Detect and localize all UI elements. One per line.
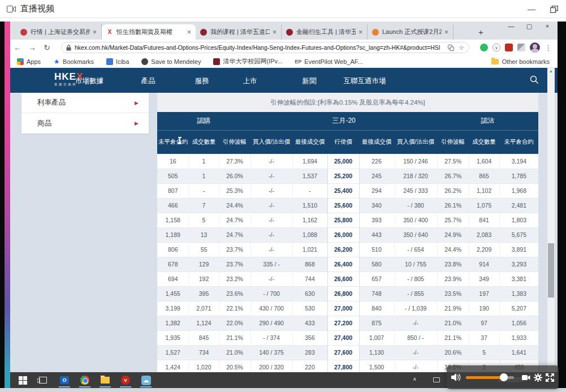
chrome-taskbar-icon[interactable] [77,374,93,386]
browser-close-button[interactable]: × [543,23,552,30]
value-cell: 395 [189,286,219,301]
bookmark-item-2[interactable]: Iciba [106,58,129,65]
volume-icon[interactable] [451,373,461,382]
value-cell: 393 [359,213,394,227]
record-camera-icon[interactable] [522,374,530,381]
value-cell: 24.4% [219,198,250,213]
value-cell: 294 [359,183,394,198]
option-row: 807-25.3%-/--25,400294245 / 33326.2%1,10… [157,183,538,198]
other-bookmarks[interactable]: Other bookmarks [491,58,550,65]
tab-close-icon[interactable]: × [93,28,97,36]
extension-icon[interactable] [517,44,525,51]
sidebar-item-0[interactable]: 利率產品▶ [21,93,149,113]
value-cell: -/- [394,360,437,372]
tab-favicon [286,29,293,36]
recorded-desktop: 行情 | 上海证券交易所×X恒生指數期貨及期權×我的课程 | 清华五道口金融学×… [10,21,558,388]
star-icon: ★ [53,58,60,65]
nav-item-4[interactable]: 新聞 [303,76,317,86]
bookmark-label: EventPilot Web_AF... [304,58,362,65]
value-cell: 349 [469,272,499,286]
tab-close-icon[interactable]: × [187,28,191,36]
value-cell: 20.6% [437,345,469,360]
option-row: 67812923.7%335 / -86826,40058010 / 75523… [157,257,538,272]
bookmark-item-0[interactable]: Apps [17,58,41,65]
strike-cell: 26,200 [327,242,359,257]
value-cell: 1,124 [189,316,219,330]
player-minimize-button[interactable]: — [528,5,535,13]
forward-button[interactable]: → [25,43,40,52]
bookmark-item-3[interactable]: Save to Mendeley [141,58,201,65]
back-button[interactable]: ← [10,43,25,52]
browser-tab-0[interactable]: 行情 | 上海证券交易所× [16,24,102,40]
scrollbar-thumb[interactable] [548,243,554,298]
option-row: 1,3821,12422.0%290 / 49043327,200875-/-2… [157,316,538,330]
browser-menu-icon[interactable]: ⋮ [545,44,552,52]
browser-tab-2[interactable]: 我的课程 | 清华五道口金融学× [196,24,282,40]
tab-close-icon[interactable]: × [358,28,362,36]
outlook-taskbar-icon[interactable]: O [57,374,72,386]
value-cell: 1,935 [157,330,189,345]
browser-minimize-button[interactable]: — [507,23,516,30]
address-bar[interactable]: hkex.com.hk/Market-Data/Futures-and-Opti… [61,42,469,53]
player-title: 直播视频 [20,3,54,14]
option-row: 16127.3%-/-1,69425,000226150 / 24627.5%1… [157,154,538,169]
new-tab-button[interactable]: + [478,27,483,37]
profile-avatar[interactable] [530,42,540,53]
cloud-app-taskbar-icon[interactable]: ☁ [138,374,154,386]
browser-tabstrip: 行情 | 上海证券交易所×X恒生指數期貨及期權×我的课程 | 清华五道口金融学×… [10,21,558,40]
pocket-extension-icon[interactable]: ∨ [492,44,500,51]
nav-item-5[interactable]: 互聯互通市場 [344,76,386,86]
translate-icon[interactable] [448,45,454,51]
page-scrollbar[interactable]: ▲ [547,68,555,372]
tab-close-icon[interactable]: × [444,28,448,36]
value-cell: 283 [292,345,327,360]
value-cell: 748 [359,286,394,301]
value-cell: 5 [469,345,499,360]
browser-tab-3[interactable]: 金融衍生工具 | 清华五道口金× [282,24,368,40]
evernote-extension-icon[interactable] [480,44,488,51]
tab-close-icon[interactable]: × [273,28,276,36]
bookmark-item-4[interactable]: 清华大学校园网(IPv... [213,57,282,66]
product-sidebar: 利率產品▶商品▶ [21,93,149,133]
value-cell: 1,527 [157,345,189,360]
tray-icon[interactable] [433,377,440,382]
nav-item-0[interactable]: 市場數據 [75,76,103,86]
browser-tab-4[interactable]: Launch 正式授课2月28日× [368,24,453,40]
scroll-up-arrow[interactable]: ▲ [547,69,555,73]
tab-favicon: X [106,29,113,36]
option-row: 3,1992,07122.1%430 / 70053027,000840- / … [157,301,538,316]
fullscreen-icon[interactable] [546,373,554,382]
value-cell: 23.8% [437,257,469,272]
start-button[interactable] [15,374,31,386]
browser-tab-1[interactable]: X恒生指數期貨及期權× [102,24,196,40]
value-cell: 7 [189,198,219,213]
nav-item-3[interactable]: 上市 [243,76,257,86]
sidebar-item-1[interactable]: 商品▶ [21,113,149,133]
bookmark-star-icon[interactable]: ☆ [459,44,464,51]
search-icon[interactable] [530,75,539,87]
value-cell: 3,194 [499,154,538,169]
bookmark-item-5[interactable]: EPEventPilot Web_AF... [295,58,362,65]
file-explorer-taskbar-icon[interactable] [97,374,113,386]
value-cell: 25.7% [437,213,469,227]
volume-slider[interactable] [466,376,514,379]
task-view-button[interactable] [35,374,51,386]
expressvpn-taskbar-icon[interactable]: V [118,374,133,386]
browser-maximize-button[interactable]: ▢ [525,23,534,30]
slider-knob[interactable] [500,373,508,381]
settings-gear-icon[interactable] [534,373,542,382]
nav-item-2[interactable]: 服務 [195,76,209,86]
value-cell: 2,071 [189,301,219,316]
value-cell: 1,424 [157,360,189,372]
bookmark-item-1[interactable]: ★Bookmarks [53,58,94,65]
bookmark-label: 清华大学校园网(IPv... [223,57,282,66]
value-cell: 1,510 [292,198,327,213]
lastpass-extension-icon[interactable] [505,44,513,51]
reload-button[interactable]: ↻ [40,43,54,52]
tray-expand-caret[interactable]: ∧ [413,376,417,382]
player-restore-button[interactable] [550,6,558,13]
nav-item-1[interactable]: 產品 [141,76,155,86]
value-cell: 5,207 [499,301,538,316]
value-cell: 1,933 [499,330,538,345]
value-cell: 850 / - [394,330,437,345]
